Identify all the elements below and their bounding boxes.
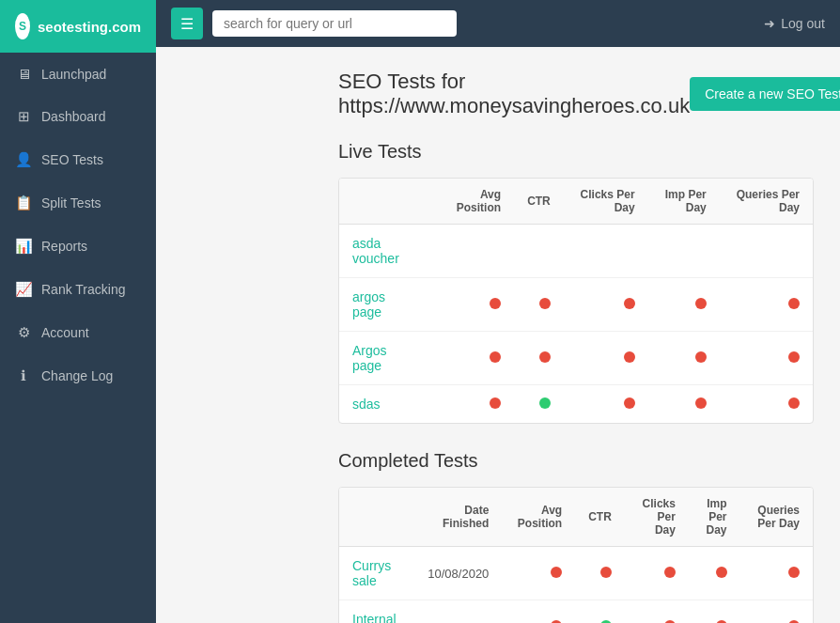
status-dot <box>716 567 727 578</box>
sidebar-logo: S seotesting.com <box>0 0 156 53</box>
date-cell: 01/08/2020 <box>413 600 502 624</box>
col-queries: Queries Per Day <box>720 179 813 225</box>
col-clicks: Clicks Per Day <box>564 179 648 225</box>
seo-tests-icon: 👤 <box>15 151 32 168</box>
test-name-link[interactable]: asda voucher <box>352 236 399 266</box>
topbar: ☰ ➜ Log out <box>156 0 840 47</box>
split-tests-icon: 📋 <box>15 195 32 211</box>
table-row: Argos page <box>339 332 813 385</box>
status-dot <box>695 298 707 309</box>
rank-tracking-icon: 📈 <box>15 281 32 298</box>
col-date: Date Finished <box>413 488 502 547</box>
status-dot <box>788 351 800 363</box>
sidebar-item-label: Dashboard <box>41 109 106 124</box>
sidebar-item-change-log[interactable]: ℹ Change Log <box>0 354 156 397</box>
sidebar-item-reports[interactable]: 📊 Reports <box>0 225 156 268</box>
col-avg-pos: Avg Position <box>430 179 514 225</box>
completed-tests-section: Completed Tests Date Finished Avg Positi… <box>338 450 814 623</box>
status-dot <box>788 567 800 578</box>
status-dot <box>664 567 676 578</box>
sidebar-item-launchpad[interactable]: 🖥 Launchpad <box>0 53 156 95</box>
date-cell: 10/08/2020 <box>413 547 502 600</box>
table-row: sdas <box>339 385 813 424</box>
status-dot <box>539 298 551 309</box>
search-input[interactable] <box>212 10 457 37</box>
reports-icon: 📊 <box>15 238 32 255</box>
col-ctr: CTR <box>575 488 625 547</box>
col-name <box>339 179 430 225</box>
table-row: Currys sale 10/08/2020 <box>339 547 813 600</box>
sidebar-item-label: Split Tests <box>41 195 101 210</box>
test-name-link[interactable]: Currys sale <box>352 558 391 588</box>
completed-tests-title: Completed Tests <box>338 450 814 472</box>
table-row: argos page <box>339 278 813 332</box>
status-dot <box>490 397 501 409</box>
logo-text: seotesting.com <box>38 19 141 35</box>
logout-icon: ➜ <box>764 16 775 31</box>
status-dot <box>624 298 635 309</box>
test-name-link[interactable]: Argos page <box>352 343 387 373</box>
account-icon: ⚙ <box>15 324 32 341</box>
main-content: SEO Tests for https://www.moneysavingher… <box>312 47 840 623</box>
menu-button[interactable]: ☰ <box>171 8 203 39</box>
live-tests-title: Live Tests <box>338 141 814 163</box>
completed-tests-table-container: Date Finished Avg Position CTR Clicks Pe… <box>338 487 814 623</box>
sidebar-item-label: Launchpad <box>41 67 106 82</box>
sidebar-item-label: Rank Tracking <box>41 282 125 297</box>
change-log-icon: ℹ <box>15 367 32 384</box>
logout-label: Log out <box>781 16 825 31</box>
sidebar-item-label: Account <box>41 325 89 340</box>
table-row: asda voucher <box>339 225 813 278</box>
col-name <box>339 488 413 547</box>
live-tests-table-container: Avg Position CTR Clicks Per Day Imp Per … <box>338 178 814 424</box>
live-tests-table: Avg Position CTR Clicks Per Day Imp Per … <box>339 179 813 423</box>
dashboard-icon: ⊞ <box>15 108 32 125</box>
sidebar-item-dashboard[interactable]: ⊞ Dashboard <box>0 95 156 138</box>
sidebar-item-split-tests[interactable]: 📋 Split Tests <box>0 181 156 225</box>
col-clicks: Clicks Per Day <box>625 488 689 547</box>
sidebar-item-rank-tracking[interactable]: 📈 Rank Tracking <box>0 268 156 311</box>
sidebar-item-seo-tests[interactable]: 👤 SEO Tests <box>0 138 156 181</box>
create-seo-test-button[interactable]: Create a new SEO Test <box>690 77 840 111</box>
status-dot <box>600 567 612 578</box>
col-ctr: CTR <box>514 179 564 225</box>
status-dot <box>788 397 800 409</box>
logout-area[interactable]: ➜ Log out <box>764 16 825 31</box>
status-dot <box>539 351 551 363</box>
page-header: SEO Tests for https://www.moneysavingher… <box>338 70 814 118</box>
status-dot <box>490 351 501 363</box>
sidebar: S seotesting.com 🖥 Launchpad ⊞ Dashboard… <box>0 0 156 623</box>
status-dot <box>490 298 501 309</box>
sidebar-item-label: SEO Tests <box>41 152 103 167</box>
status-dot <box>695 397 707 409</box>
test-name-link[interactable]: argos page <box>352 289 385 319</box>
col-imp: Imp Per Day <box>648 179 720 225</box>
completed-tests-table: Date Finished Avg Position CTR Clicks Pe… <box>339 488 813 623</box>
logo-icon: S <box>15 13 30 39</box>
sidebar-item-label: Change Log <box>41 368 113 383</box>
sidebar-item-label: Reports <box>41 239 87 254</box>
sidebar-item-account[interactable]: ⚙ Account <box>0 311 156 354</box>
status-dot <box>624 397 635 409</box>
status-dot <box>539 397 551 409</box>
page-title: SEO Tests for https://www.moneysavingher… <box>338 70 690 118</box>
test-name-link[interactable]: sdas <box>352 397 381 412</box>
live-tests-section: Live Tests Avg Position CTR Clicks Per D… <box>338 141 814 424</box>
col-imp: Imp Per Day <box>689 488 740 547</box>
col-queries: Queries Per Day <box>740 488 813 547</box>
test-name-link[interactable]: Internal linking <box>352 612 397 623</box>
col-avg-pos: Avg Position <box>502 488 575 547</box>
status-dot <box>624 351 635 363</box>
status-dot <box>788 298 800 309</box>
status-dot <box>551 567 562 578</box>
launchpad-icon: 🖥 <box>15 66 32 82</box>
table-row: Internal linking 01/08/2020 <box>339 600 813 624</box>
status-dot <box>695 351 707 363</box>
